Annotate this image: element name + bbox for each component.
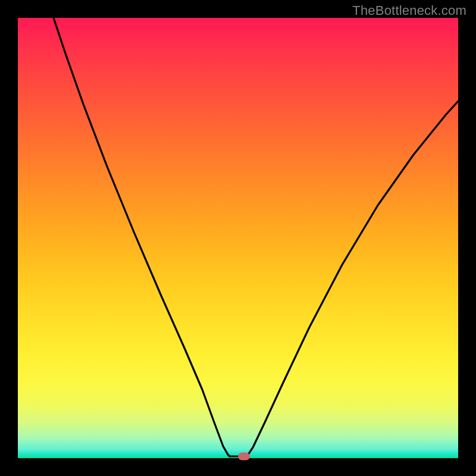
chart-plot-area — [18, 18, 458, 458]
bottleneck-marker — [238, 453, 250, 461]
bottleneck-curve — [18, 18, 458, 458]
watermark-text: TheBottleneck.com — [352, 3, 466, 18]
